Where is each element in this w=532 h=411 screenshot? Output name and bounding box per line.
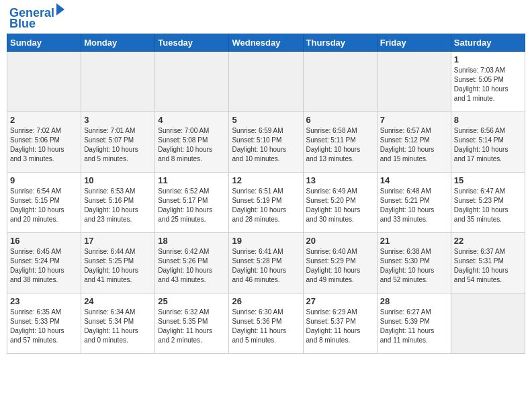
day-number: 3 [84,115,152,125]
day-info: Sunrise: 6:47 AM Sunset: 5:23 PM Dayligh… [454,187,522,224]
day-number: 8 [454,115,522,125]
day-number: 14 [380,175,448,185]
calendar-cell: 21Sunrise: 6:38 AM Sunset: 5:30 PM Dayli… [377,233,451,293]
calendar-cell: 1Sunrise: 7:03 AM Sunset: 5:05 PM Daylig… [451,52,525,112]
day-info: Sunrise: 7:01 AM Sunset: 5:07 PM Dayligh… [84,126,152,164]
calendar-cell: 28Sunrise: 6:27 AM Sunset: 5:39 PM Dayli… [377,293,451,354]
calendar-cell: 15Sunrise: 6:47 AM Sunset: 5:23 PM Dayli… [451,173,525,233]
calendar-cell: 3Sunrise: 7:01 AM Sunset: 5:07 PM Daylig… [81,112,155,173]
day-info: Sunrise: 7:02 AM Sunset: 5:06 PM Dayligh… [10,126,78,164]
day-info: Sunrise: 6:45 AM Sunset: 5:24 PM Dayligh… [10,247,78,285]
day-number: 25 [158,296,226,306]
calendar-cell: 17Sunrise: 6:44 AM Sunset: 5:25 PM Dayli… [81,233,155,293]
calendar-cell: 23Sunrise: 6:35 AM Sunset: 5:33 PM Dayli… [7,293,81,354]
calendar-cell: 4Sunrise: 7:00 AM Sunset: 5:08 PM Daylig… [155,112,229,173]
calendar-cell: 2Sunrise: 7:02 AM Sunset: 5:06 PM Daylig… [7,112,81,173]
calendar-cell: 8Sunrise: 6:56 AM Sunset: 5:14 PM Daylig… [451,112,525,173]
day-number: 13 [306,175,374,185]
day-info: Sunrise: 6:35 AM Sunset: 5:33 PM Dayligh… [10,308,78,345]
logo-arrow-icon [56,3,64,15]
day-info: Sunrise: 6:57 AM Sunset: 5:12 PM Dayligh… [380,126,448,164]
calendar-week-2: 2Sunrise: 7:02 AM Sunset: 5:06 PM Daylig… [7,112,525,173]
calendar-week-3: 9Sunrise: 6:54 AM Sunset: 5:15 PM Daylig… [7,173,525,233]
calendar-week-1: 1Sunrise: 7:03 AM Sunset: 5:05 PM Daylig… [7,52,525,112]
day-number: 24 [84,296,152,306]
day-info: Sunrise: 6:52 AM Sunset: 5:17 PM Dayligh… [158,187,226,224]
day-number: 28 [380,296,448,306]
day-info: Sunrise: 6:51 AM Sunset: 5:19 PM Dayligh… [232,187,300,224]
day-info: Sunrise: 6:38 AM Sunset: 5:30 PM Dayligh… [380,247,448,285]
day-info: Sunrise: 6:48 AM Sunset: 5:21 PM Dayligh… [380,187,448,224]
calendar-cell [377,52,451,112]
day-number: 2 [10,115,78,125]
calendar-cell: 12Sunrise: 6:51 AM Sunset: 5:19 PM Dayli… [229,173,303,233]
day-info: Sunrise: 6:27 AM Sunset: 5:39 PM Dayligh… [380,308,448,345]
day-number: 27 [306,296,374,306]
day-info: Sunrise: 6:56 AM Sunset: 5:14 PM Dayligh… [454,126,522,164]
calendar-cell [303,52,377,112]
weekday-header-monday: Monday [81,34,155,52]
day-number: 9 [10,175,78,185]
weekday-header-sunday: Sunday [7,34,81,52]
logo: General Blue [9,7,64,30]
calendar-cell: 24Sunrise: 6:34 AM Sunset: 5:34 PM Dayli… [81,293,155,354]
day-number: 10 [84,175,152,185]
day-info: Sunrise: 6:34 AM Sunset: 5:34 PM Dayligh… [84,308,152,345]
calendar-cell: 9Sunrise: 6:54 AM Sunset: 5:15 PM Daylig… [7,173,81,233]
day-info: Sunrise: 6:59 AM Sunset: 5:10 PM Dayligh… [232,126,300,164]
day-number: 26 [232,296,300,306]
calendar-cell: 11Sunrise: 6:52 AM Sunset: 5:17 PM Dayli… [155,173,229,233]
calendar-cell: 20Sunrise: 6:40 AM Sunset: 5:29 PM Dayli… [303,233,377,293]
logo-text-blue: Blue [9,17,36,30]
day-number: 18 [158,236,226,246]
calendar-cell [81,52,155,112]
day-number: 12 [232,175,300,185]
day-number: 11 [158,175,226,185]
day-number: 19 [232,236,300,246]
weekday-header-friday: Friday [377,34,451,52]
day-info: Sunrise: 6:54 AM Sunset: 5:15 PM Dayligh… [10,187,78,224]
day-number: 15 [454,175,522,185]
calendar-cell: 10Sunrise: 6:53 AM Sunset: 5:16 PM Dayli… [81,173,155,233]
day-info: Sunrise: 6:41 AM Sunset: 5:28 PM Dayligh… [232,247,300,285]
weekday-header-thursday: Thursday [303,34,377,52]
day-info: Sunrise: 7:00 AM Sunset: 5:08 PM Dayligh… [158,126,226,164]
calendar-cell [451,293,525,354]
calendar-cell: 27Sunrise: 6:29 AM Sunset: 5:37 PM Dayli… [303,293,377,354]
day-number: 23 [10,296,78,306]
calendar-header-row: SundayMondayTuesdayWednesdayThursdayFrid… [7,34,525,52]
calendar-cell: 14Sunrise: 6:48 AM Sunset: 5:21 PM Dayli… [377,173,451,233]
day-info: Sunrise: 6:29 AM Sunset: 5:37 PM Dayligh… [306,308,374,345]
day-number: 20 [306,236,374,246]
calendar-cell: 18Sunrise: 6:42 AM Sunset: 5:26 PM Dayli… [155,233,229,293]
calendar-cell: 19Sunrise: 6:41 AM Sunset: 5:28 PM Dayli… [229,233,303,293]
calendar-cell: 6Sunrise: 6:58 AM Sunset: 5:11 PM Daylig… [303,112,377,173]
calendar-cell: 25Sunrise: 6:32 AM Sunset: 5:35 PM Dayli… [155,293,229,354]
day-number: 5 [232,115,300,125]
day-info: Sunrise: 6:40 AM Sunset: 5:29 PM Dayligh… [306,247,374,285]
day-info: Sunrise: 6:58 AM Sunset: 5:11 PM Dayligh… [306,126,374,164]
day-info: Sunrise: 6:49 AM Sunset: 5:20 PM Dayligh… [306,187,374,224]
day-info: Sunrise: 6:30 AM Sunset: 5:36 PM Dayligh… [232,308,300,345]
calendar-cell: 22Sunrise: 6:37 AM Sunset: 5:31 PM Dayli… [451,233,525,293]
calendar-cell [229,52,303,112]
calendar-week-4: 16Sunrise: 6:45 AM Sunset: 5:24 PM Dayli… [7,233,525,293]
calendar-cell: 13Sunrise: 6:49 AM Sunset: 5:20 PM Dayli… [303,173,377,233]
day-number: 22 [454,236,522,246]
calendar-cell: 26Sunrise: 6:30 AM Sunset: 5:36 PM Dayli… [229,293,303,354]
day-info: Sunrise: 6:37 AM Sunset: 5:31 PM Dayligh… [454,247,522,285]
calendar-table: SundayMondayTuesdayWednesdayThursdayFrid… [7,34,525,354]
day-number: 1 [454,54,522,64]
day-info: Sunrise: 6:32 AM Sunset: 5:35 PM Dayligh… [158,308,226,345]
day-number: 4 [158,115,226,125]
weekday-header-saturday: Saturday [451,34,525,52]
calendar-cell: 5Sunrise: 6:59 AM Sunset: 5:10 PM Daylig… [229,112,303,173]
calendar-cell [155,52,229,112]
day-number: 6 [306,115,374,125]
day-number: 21 [380,236,448,246]
day-number: 7 [380,115,448,125]
day-number: 17 [84,236,152,246]
calendar-cell: 16Sunrise: 6:45 AM Sunset: 5:24 PM Dayli… [7,233,81,293]
day-number: 16 [10,236,78,246]
calendar-week-5: 23Sunrise: 6:35 AM Sunset: 5:33 PM Dayli… [7,293,525,354]
